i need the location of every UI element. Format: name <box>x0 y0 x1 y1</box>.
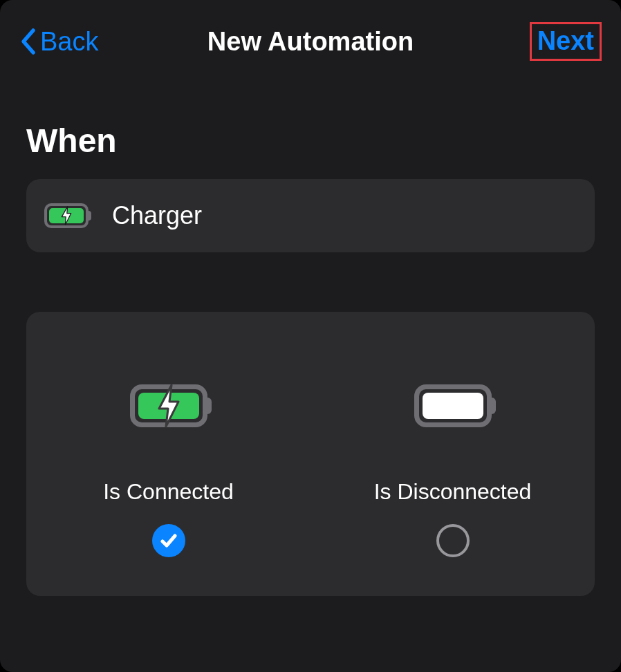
trigger-row[interactable]: Charger <box>26 179 595 252</box>
options-card: Is Connected Is Disconnected <box>26 312 595 596</box>
navbar: Back New Automation Next <box>0 0 621 83</box>
radio-disconnected[interactable] <box>436 524 470 557</box>
chevron-left-icon <box>19 28 37 55</box>
back-button[interactable]: Back <box>19 27 98 57</box>
automation-screen: Back New Automation Next When <box>0 0 621 672</box>
radio-connected[interactable] <box>152 524 185 557</box>
charger-icon <box>44 203 98 228</box>
option-connected-label: Is Connected <box>103 479 234 505</box>
page-title: New Automation <box>207 27 414 57</box>
content: When Charger <box>0 122 621 596</box>
next-button[interactable]: Next <box>530 22 602 61</box>
option-connected[interactable]: Is Connected <box>26 371 310 557</box>
back-label: Back <box>40 27 98 57</box>
battery-charging-icon <box>130 371 207 440</box>
battery-full-icon <box>414 371 492 440</box>
option-disconnected[interactable]: Is Disconnected <box>310 371 595 557</box>
section-heading: When <box>26 122 595 160</box>
trigger-label: Charger <box>112 201 202 230</box>
option-disconnected-label: Is Disconnected <box>374 479 532 505</box>
